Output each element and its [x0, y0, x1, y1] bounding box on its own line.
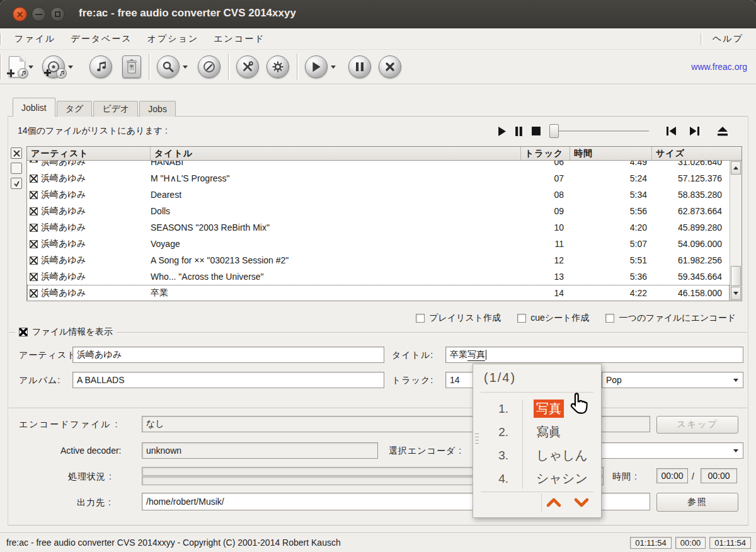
scroll-down-button[interactable] — [731, 287, 741, 300]
music-note-orb-icon — [18, 68, 28, 79]
copyright-text: fre:ac - free audio converter CVS 2014xx… — [6, 538, 341, 548]
table-row[interactable]: 浜崎あゆみ SEASONS "2003 ReBirth Mix" 10 4:20… — [27, 219, 730, 236]
pause-encoding-icon[interactable] — [348, 55, 371, 78]
menubar-grip[interactable] — [0, 33, 2, 45]
show-file-info-checkbox[interactable]: ファイル情報を表示 — [15, 326, 117, 338]
row-checkbox[interactable] — [30, 240, 38, 248]
select-none-checkbox[interactable] — [11, 163, 22, 174]
row-checkbox[interactable] — [30, 191, 38, 199]
slider-thumb[interactable] — [549, 124, 559, 138]
ime-page-down-icon[interactable] — [573, 497, 590, 510]
row-checkbox[interactable] — [30, 256, 38, 265]
table-row[interactable]: 浜崎あゆみ M "H∧L'S Progress" 07 5:24 57.125.… — [27, 170, 730, 187]
select-all-checkbox[interactable] — [11, 147, 22, 159]
toolbar: www.freac.org — [0, 50, 756, 84]
add-audio-cd-icon[interactable] — [42, 55, 65, 78]
joblist-music-note-icon[interactable] — [89, 55, 112, 78]
tab-tags[interactable]: タグ — [57, 101, 93, 117]
encode-to-single-file-checkbox[interactable]: 一つのファイルにエンコード — [605, 313, 736, 324]
row-checkbox[interactable] — [30, 289, 38, 297]
ime-candidate[interactable]: 4. シャシン — [473, 467, 601, 490]
time-separator: / — [692, 471, 695, 481]
add-files-dropdown-icon[interactable] — [28, 66, 33, 69]
joblist-table: アーティスト タイトル トラック 時間 サイズ 浜崎あゆみ HANABI 06 … — [26, 146, 742, 301]
tab-jobs[interactable]: Jobs — [139, 101, 176, 117]
toggle-selection-checkbox[interactable] — [11, 178, 22, 189]
title-input[interactable]: 卒業写真 — [445, 347, 743, 363]
stop-encoding-icon[interactable] — [379, 55, 401, 78]
album-input[interactable]: A BALLADS — [72, 372, 384, 388]
ime-candidate[interactable]: 2. 寫眞 — [473, 420, 601, 444]
status-time-1: 01:11:54 — [630, 537, 672, 549]
table-row[interactable]: 浜崎あゆみ Voyage 11 5:07 54.096.000 — [27, 236, 730, 252]
cddb-query-icon[interactable] — [157, 55, 180, 78]
maximize-button[interactable] — [50, 7, 65, 21]
table-row[interactable]: 浜崎あゆみ A Song for ×× "030213 Session #2" … — [27, 252, 730, 268]
column-header-artist[interactable]: アーティスト — [27, 147, 151, 160]
menu-options[interactable]: オプション — [145, 32, 202, 46]
row-checkbox[interactable] — [30, 207, 38, 216]
create-cue-sheet-checkbox[interactable]: cueシート作成 — [517, 313, 589, 324]
tab-joblist[interactable]: Joblist — [13, 98, 55, 117]
table-row[interactable]: 浜崎あゆみ HANABI 06 4:49 31.026.640 — [27, 161, 730, 170]
table-row[interactable]: 浜崎あゆみ Who... "Across the Universe" 13 5:… — [27, 268, 730, 285]
add-cd-dropdown-icon[interactable] — [68, 66, 73, 69]
artist-input[interactable]: 浜崎あゆみ — [72, 347, 384, 363]
create-playlist-checkbox[interactable]: プレイリスト作成 — [416, 313, 501, 324]
ime-candidate-list: 1. 写真 2. 寫眞 3. しゃしん 4. シャシン — [473, 397, 601, 490]
help-menu-grip[interactable] — [701, 33, 702, 45]
row-checkbox[interactable] — [30, 273, 38, 281]
start-encoding-play-icon[interactable] — [305, 55, 328, 78]
freac-website-link[interactable]: www.freac.org — [691, 62, 747, 72]
general-settings-wrench-icon[interactable] — [236, 55, 259, 78]
menu-help[interactable]: ヘルプ — [710, 32, 746, 46]
status-time-2: 00:00 — [675, 537, 706, 549]
time-cell: 5:07 — [570, 239, 652, 249]
menu-file[interactable]: ファイル — [12, 32, 58, 46]
table-row[interactable]: 浜崎あゆみ Dearest 08 5:34 58.835.280 — [27, 187, 730, 203]
titlebar[interactable]: fre:ac - free audio converter CVS 2014xx… — [0, 0, 756, 28]
column-header-time[interactable]: 時間 — [570, 147, 652, 160]
tab-video[interactable]: ビデオ — [93, 101, 138, 117]
scroll-up-button[interactable] — [731, 161, 741, 175]
triangle-up-icon — [733, 166, 738, 170]
pause-icon[interactable] — [515, 127, 523, 136]
column-header-size[interactable]: サイズ — [652, 147, 742, 160]
stop-icon[interactable] — [532, 127, 541, 136]
toolbar-grip[interactable] — [0, 54, 2, 79]
skip-button[interactable]: スキップ — [656, 416, 738, 434]
previous-track-icon[interactable] — [667, 127, 677, 135]
playback-slider[interactable] — [549, 124, 649, 138]
row-checkbox[interactable] — [30, 161, 38, 163]
menu-encode[interactable]: エンコード — [211, 32, 267, 46]
browse-button[interactable]: 参照 — [656, 493, 738, 512]
cddb-submit-icon[interactable] — [198, 55, 220, 78]
track-value: 14 — [450, 375, 460, 385]
close-button[interactable] — [13, 7, 27, 21]
next-track-icon[interactable] — [689, 127, 699, 135]
ime-drag-grip[interactable] — [475, 434, 479, 444]
row-checkbox[interactable] — [30, 224, 38, 232]
ime-page-up-icon[interactable] — [546, 497, 562, 510]
title-committed-text: 卒業 — [450, 349, 467, 360]
row-checkbox[interactable] — [30, 175, 38, 183]
genre-combobox[interactable]: Pop — [602, 372, 743, 388]
play-icon[interactable] — [498, 127, 506, 136]
clear-joblist-trash-icon[interactable] — [122, 55, 141, 78]
vertical-scrollbar[interactable] — [730, 161, 742, 301]
table-row[interactable]: 浜崎あゆみ Dolls 09 5:56 62.873.664 — [27, 203, 730, 219]
table-row[interactable]: 浜崎あゆみ 卒業 14 4:22 46.158.000 — [27, 285, 730, 301]
start-encoding-dropdown-icon[interactable] — [331, 66, 336, 69]
column-header-track[interactable]: トラック — [521, 147, 570, 160]
add-files-icon[interactable] — [9, 56, 25, 78]
menu-database[interactable]: データベース — [68, 32, 134, 46]
component-settings-gear-icon[interactable] — [266, 55, 289, 78]
cddb-query-dropdown-icon[interactable] — [183, 66, 188, 69]
ime-candidate[interactable]: 3. しゃしん — [473, 444, 601, 467]
ime-candidate[interactable]: 1. 写真 — [473, 397, 601, 420]
column-header-title[interactable]: タイトル — [151, 147, 521, 160]
track-cell: 06 — [521, 161, 570, 167]
scrollbar-thumb[interactable] — [731, 266, 741, 286]
eject-icon[interactable] — [717, 127, 728, 136]
minimize-button[interactable] — [32, 7, 46, 21]
